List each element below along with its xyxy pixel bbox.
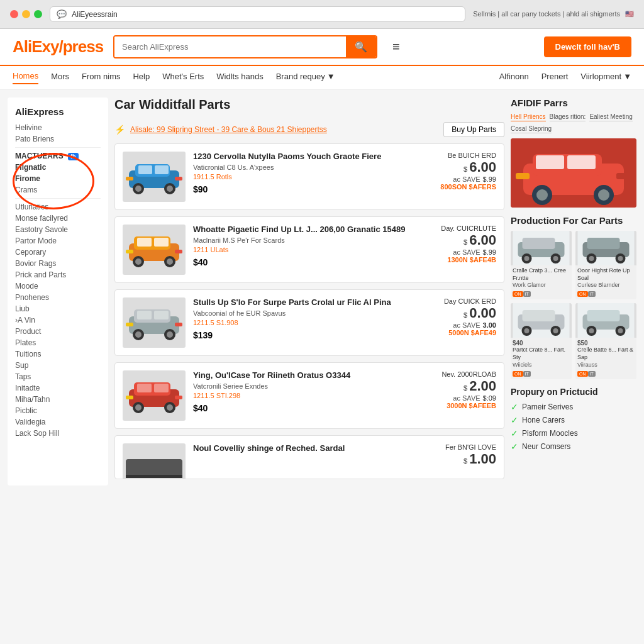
svg-point-80 — [618, 328, 623, 333]
prod-thumb-1[interactable]: Cralle Cratp 3... Cree Fr.ntte Work Glam… — [511, 231, 572, 299]
svg-rect-8 — [126, 177, 133, 180]
svg-rect-3 — [155, 165, 169, 174]
close-button[interactable] — [10, 10, 18, 18]
search-input[interactable] — [114, 36, 346, 57]
product-price-4: Nev. 2000RLOAB $ 2.00 ac SAVE $:09 3000N… — [433, 370, 496, 421]
prod-thumb-4[interactable]: $50 Crelle Batte 6... Fart & Sap Viiraus… — [575, 303, 636, 379]
buy-parts-button[interactable]: Buy Up Parts — [443, 122, 504, 137]
sidebar-item-mactuears[interactable]: MACTUEARS fb — [15, 152, 101, 160]
prod-thumb-2[interactable]: Ooor Highst Rote Up Soal Curlese Blarnde… — [575, 231, 636, 299]
prod-thumb-price-4: $50 — [577, 340, 635, 347]
sidebar-item-partor[interactable]: Partor Mode — [15, 236, 101, 245]
right-tab-3[interactable]: Cosal Slepring — [511, 125, 552, 133]
product-name-4: Ying, Ou'lCase Tor Riineth Oratus O3344 — [193, 370, 426, 380]
sidebar-item-plates[interactable]: Plates — [15, 338, 101, 347]
maximize-button[interactable] — [34, 10, 42, 18]
svg-rect-52 — [616, 173, 631, 179]
product-link-4[interactable]: 1211.5 STI.298 — [193, 392, 426, 399]
nav-item-whets[interactable]: Whet's Erts — [162, 72, 204, 84]
nav-item-from[interactable]: From nims — [82, 72, 120, 84]
product-link-1[interactable]: 1911.5 Rotls — [193, 173, 426, 180]
svg-point-66 — [618, 256, 623, 261]
search-button[interactable]: 🔍 — [346, 36, 376, 57]
cta-button[interactable]: Dewclt foll hav'B — [544, 36, 632, 57]
nav-item-help[interactable]: Help — [133, 72, 150, 84]
sidebar-item-filgnatic[interactable]: Filgnatic — [15, 163, 101, 172]
nav-item-brand[interactable]: Brand requey ▼ — [276, 72, 335, 84]
svg-rect-29 — [175, 323, 182, 326]
sidebar: AliExpress Helivine Pato Briens MACTUEAR… — [8, 97, 108, 486]
sidebar-item-product[interactable]: Product — [15, 327, 101, 336]
prod-badge-1: ON — [513, 291, 523, 297]
right-panel: AFIDIF Parrs Hell Priiencs Blages rition… — [511, 97, 636, 486]
svg-rect-13 — [154, 238, 169, 247]
hamburger-menu[interactable]: ≡ — [392, 40, 400, 54]
sidebar-item-pato[interactable]: Pato Briens — [15, 135, 101, 143]
nav-item-alfinonn[interactable]: Alfinonn — [499, 72, 529, 84]
chat-icon: 💬 — [57, 9, 67, 19]
sidebar-item-firome[interactable]: Firome — [15, 174, 101, 183]
propury-section: Propury on Prictucid ✓ Pameir Serives ✓ … — [511, 387, 636, 452]
sidebar-item-pnohenes[interactable]: Pnohenes — [15, 293, 101, 302]
svg-point-50 — [598, 189, 609, 201]
sidebar-item-picblic[interactable]: Picblic — [15, 406, 101, 415]
nav-item-homes[interactable]: Homes — [13, 71, 38, 84]
minimize-button[interactable] — [22, 10, 30, 18]
prod-thumb-name-4: Crelle Batte 6... Fart & Sap — [577, 347, 635, 361]
right-tab-1[interactable]: Blages rition: — [550, 113, 586, 121]
sidebar-item-sup[interactable]: Sup — [15, 361, 101, 370]
nav-item-viirlopment[interactable]: Viirlopment ▼ — [580, 72, 631, 84]
right-tab-2[interactable]: Ealiest Meeting — [589, 113, 632, 121]
prod-thumb-3[interactable]: $40 Partct Crate 8... Fart. Sty Wiiciels… — [511, 303, 572, 379]
product-card-5: Noul Covelliy shinge of Reched. Sardal F… — [114, 435, 504, 479]
right-tab-0[interactable]: Hell Priiencs — [511, 113, 546, 121]
prod-badge-2: ON — [577, 291, 588, 297]
sidebar-title: AliExpress — [15, 106, 101, 117]
sidebar-item-miha[interactable]: Miha/Tahn — [15, 395, 101, 404]
sidebar-item-lack[interactable]: Lack Sop Hill — [15, 429, 101, 438]
svg-point-17 — [167, 258, 173, 265]
prod-thumb-name-1: Cralle Cratp 3... Cree Fr.ntte — [513, 267, 570, 282]
svg-point-64 — [589, 256, 594, 261]
svg-point-7 — [167, 186, 173, 192]
header: AliExy/press 🔍 ≡ Dewclt foll hav'B — [0, 29, 644, 66]
price-save-2: ac SAVE — [453, 248, 480, 256]
sidebar-item-ceporary[interactable]: Ceporary — [15, 248, 101, 257]
logo[interactable]: AliExy/press — [13, 37, 103, 57]
sidebar-item-bovior[interactable]: Bovior Rags — [15, 259, 101, 268]
svg-point-27 — [167, 331, 173, 338]
product-image-2 — [123, 225, 186, 275]
address-bar[interactable]: 💬 AliEyeessrain — [50, 6, 465, 22]
sidebar-item-liub[interactable]: Liub — [15, 304, 101, 313]
nav-item-widlts[interactable]: Widlts hands — [216, 72, 263, 84]
product-link-2[interactable]: 1211 ULats — [193, 246, 426, 253]
sidebar-item-helivine[interactable]: Helivine — [15, 123, 101, 132]
sidebar-item-monse[interactable]: Monse facilyred — [15, 214, 101, 223]
propury-item-4: ✓ Neur Comsers — [511, 441, 636, 452]
sidebar-item-validegia[interactable]: Validegia — [15, 418, 101, 426]
sidebar-item-utlunaties[interactable]: Utlunaties — [15, 203, 101, 211]
sidebar-item-prick[interactable]: Prick and Parts — [15, 270, 101, 279]
svg-point-71 — [525, 328, 530, 333]
sidebar-item-taps[interactable]: Taps — [15, 372, 101, 381]
price-main-1: 6.00 — [469, 159, 496, 175]
sidebar-item-moode[interactable]: Moode — [15, 282, 101, 291]
svg-rect-46 — [567, 155, 596, 169]
dropdown-arrow-icon2: ▼ — [623, 72, 631, 81]
sidebar-item-eastotry[interactable]: Eastotry Savole — [15, 225, 101, 234]
sidebar-item-crams[interactable]: Crams — [15, 186, 101, 194]
propury-label-2: Hone Carers — [522, 416, 565, 425]
svg-point-5 — [135, 186, 142, 192]
sidebar-item-a-vin[interactable]: ›A Vin — [15, 316, 101, 325]
subtitle-link[interactable]: Alisale: 99 Slipring Street - 39 Care & … — [130, 125, 327, 134]
sidebar-item-tuitions[interactable]: Tuitions — [15, 350, 101, 358]
check-icon-3: ✓ — [511, 428, 518, 438]
sidebar-item-initadte[interactable]: Initadte — [15, 384, 101, 392]
nav-item-mors[interactable]: Mors — [51, 72, 69, 84]
price-main-4: 2.00 — [469, 378, 496, 394]
product-price-1: Be BUICH ERD $ 6.00 ac SAVE $.99 800SON … — [433, 152, 496, 202]
prod-thumb-price-3: $40 — [513, 340, 570, 347]
product-link-3[interactable]: 1211.5 S1.908 — [193, 319, 426, 326]
nav-item-prenert[interactable]: Prenert — [541, 72, 569, 84]
chrome-nav-links: Sellrnis | all car pany tockets | ahld a… — [473, 10, 634, 18]
